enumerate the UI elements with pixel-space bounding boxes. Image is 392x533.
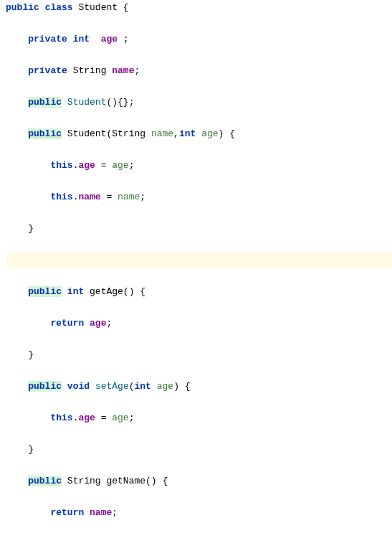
code-token: public [28, 476, 62, 486]
code-line: this.age = age; [6, 158, 392, 174]
code-token: int [135, 381, 151, 392]
code-token: = [95, 160, 112, 171]
code-token: ; [106, 318, 112, 329]
code-token [151, 381, 157, 392]
code-line: return age; [6, 316, 392, 331]
code-token: name [78, 192, 100, 202]
code-token: String [73, 65, 113, 76]
code-token: } [6, 223, 34, 234]
code-token: int [67, 286, 84, 297]
code-token: Student(String [67, 128, 151, 139]
code-token: Student [67, 97, 107, 108]
code-token: (){}; [106, 97, 134, 108]
code-token: class [45, 2, 73, 13]
code-token: setAge [95, 381, 129, 392]
code-token: ; [112, 507, 118, 518]
code-token: age [78, 412, 95, 423]
code-token [6, 318, 50, 329]
code-editor-content: public class Student { private int age ;… [0, 0, 392, 533]
code-token: = [101, 192, 118, 202]
code-token: void [67, 381, 90, 392]
code-token: ; [118, 34, 129, 44]
code-line: private int age ; [6, 32, 392, 47]
code-token: return [50, 507, 84, 518]
code-token: ; [134, 65, 140, 76]
code-token: ; [129, 412, 135, 423]
code-token: this [50, 412, 72, 423]
code-token: int [179, 128, 196, 139]
code-token [6, 381, 28, 392]
code-line: public Student(){}; [6, 95, 392, 110]
code-token: String getName() { [67, 476, 168, 486]
code-token: public [6, 2, 39, 13]
code-token [6, 34, 28, 44]
code-token [6, 507, 50, 518]
code-line: public Student(String name,int age) { [6, 126, 392, 142]
code-token: this [50, 192, 72, 202]
code-token [62, 476, 67, 486]
code-line: } [6, 442, 392, 458]
code-token: , [173, 128, 179, 139]
code-token [6, 192, 50, 202]
code-token: age [112, 160, 128, 171]
code-token: ( [129, 381, 135, 392]
code-line: public class Student { [6, 0, 392, 16]
code-token [6, 160, 50, 171]
code-token [6, 476, 28, 486]
code-line: } [6, 347, 392, 363]
code-line: private String name; [6, 63, 392, 79]
code-line: } [6, 221, 392, 237]
code-token: ) { [173, 381, 190, 392]
code-token [62, 97, 67, 108]
code-token: name [151, 128, 173, 139]
code-token [84, 286, 90, 297]
code-token: public [28, 286, 62, 297]
code-token [84, 507, 90, 518]
code-token [90, 34, 101, 44]
code-token [62, 286, 67, 297]
code-token: = [95, 412, 112, 423]
code-token [84, 318, 90, 329]
code-token: private [28, 65, 67, 76]
code-token [62, 381, 67, 392]
code-token: public [28, 97, 62, 108]
code-token [6, 97, 28, 108]
code-token [6, 65, 28, 76]
code-line: this.name = name; [6, 189, 392, 205]
code-token: public [28, 128, 62, 139]
code-token: ; [140, 192, 145, 202]
code-token: return [50, 318, 84, 329]
code-line: this.age = age; [6, 410, 392, 426]
code-token [6, 128, 28, 139]
code-token: name [90, 507, 112, 518]
code-token: public [28, 381, 62, 392]
code-token [6, 412, 50, 423]
code-token [67, 34, 73, 44]
code-line: public void setAge(int age) { [6, 379, 392, 395]
code-token: name [118, 192, 140, 202]
code-token: age [101, 34, 118, 44]
code-token: age [90, 318, 106, 329]
code-line: public int getAge() { [6, 284, 392, 300]
code-line [6, 253, 392, 268]
code-token: } [6, 349, 34, 360]
code-token: name [112, 65, 134, 76]
code-token: Student { [78, 2, 128, 13]
code-token: ; [129, 160, 135, 171]
code-token: int [73, 34, 90, 44]
code-token [62, 128, 67, 139]
code-token: age [112, 412, 128, 423]
code-token [6, 286, 28, 297]
code-token [196, 128, 201, 139]
code-token: ) { [219, 128, 235, 139]
code-line: return name; [6, 505, 392, 521]
code-token: private [28, 34, 67, 44]
code-token [67, 65, 73, 76]
code-token: this [50, 160, 72, 171]
code-line: public String getName() { [6, 473, 392, 489]
code-token: age [157, 381, 173, 392]
code-token: age [201, 128, 218, 139]
code-token: age [78, 160, 95, 171]
code-token: } [6, 444, 34, 455]
code-token [39, 2, 45, 13]
